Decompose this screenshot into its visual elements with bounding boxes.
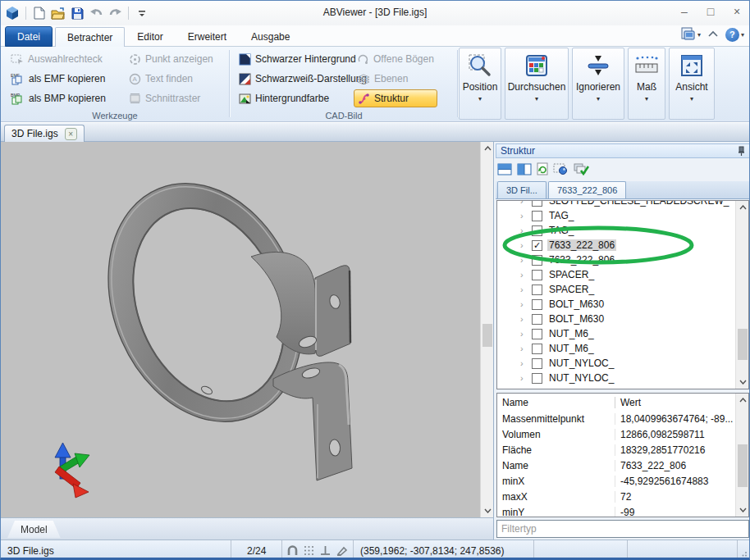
properties-vertical-scrollbar[interactable] (735, 394, 748, 517)
scroll-up-arrow[interactable] (481, 142, 494, 155)
help-button[interactable]: ? ▾ (725, 28, 744, 42)
tree-checkbox[interactable] (532, 225, 542, 236)
tree-checkbox[interactable] (532, 270, 542, 280)
scroll-down-arrow[interactable] (481, 504, 494, 517)
tree-checkbox[interactable] (532, 358, 542, 369)
tree-row[interactable]: ›BOLT_M630 (497, 312, 735, 326)
expand-chevron-icon[interactable]: › (520, 285, 527, 294)
button-text-finden[interactable]: A Text finden (126, 70, 217, 88)
tree-row[interactable]: ›7633_222_806 (497, 253, 735, 267)
tree-row[interactable]: ›SPACER_ (497, 282, 735, 297)
expand-chevron-icon[interactable]: › (520, 200, 527, 206)
expand-chevron-icon[interactable]: › (520, 329, 527, 339)
document-tab[interactable]: 3D File.igs × (4, 125, 85, 142)
expand-chevron-icon[interactable]: › (520, 225, 527, 235)
expand-chevron-icon[interactable]: › (520, 270, 527, 280)
property-row[interactable]: Name7633_222_806 (497, 458, 748, 473)
ortho-perpendicular-icon[interactable] (320, 545, 331, 556)
undo-icon[interactable] (88, 5, 104, 21)
scrollbar-thumb[interactable] (482, 324, 492, 347)
minimize-ribbon-icon[interactable] (707, 30, 719, 39)
property-row[interactable]: Massenmittelpunkt18,0409963674764; -89..… (497, 411, 748, 426)
minimize-button[interactable]: – (677, 4, 692, 19)
app-logo-icon[interactable] (4, 5, 21, 21)
open-file-icon[interactable] (50, 5, 66, 21)
scrollbar-thumb[interactable] (738, 444, 748, 487)
tab-erweitert[interactable]: Erweitert (176, 27, 239, 47)
button-ansicht[interactable]: Ansicht ▾ (669, 48, 715, 120)
split-horizontal-icon[interactable] (497, 163, 512, 175)
button-punkt-anzeigen[interactable]: Punkt anzeigen (126, 50, 217, 68)
button-als-bmp-kopieren[interactable]: BMP als BMP kopieren (7, 89, 109, 107)
tree-checkbox[interactable] (532, 344, 542, 354)
resize-grip[interactable] (738, 540, 749, 560)
tree-row[interactable]: ›NUT_M6_ (497, 341, 735, 356)
tab-model[interactable]: Model (7, 521, 61, 538)
screen-layout-icon[interactable]: ▾ (679, 27, 701, 42)
scroll-down-arrow[interactable] (736, 376, 749, 389)
tree-row[interactable]: ›TAG_ (497, 223, 735, 238)
tree-row[interactable]: ›NUT_NYLOC_ (497, 371, 735, 385)
save-file-icon[interactable] (69, 5, 85, 21)
show-selection-icon[interactable] (553, 163, 569, 175)
property-row[interactable]: minY-99 (497, 504, 748, 517)
scroll-up-arrow[interactable] (736, 201, 749, 214)
apply-check-icon[interactable] (574, 162, 589, 175)
property-row[interactable]: maxX72 (497, 489, 748, 504)
maximize-button[interactable]: □ (703, 4, 718, 19)
scroll-down-arrow[interactable] (736, 503, 749, 517)
panel-tab-file[interactable]: 3D Fil... (497, 181, 546, 198)
tree-checkbox[interactable] (532, 299, 542, 310)
tab-ausgabe[interactable]: Ausgabe (239, 27, 302, 47)
property-row[interactable]: Volumen12866,0982598711 (497, 426, 748, 442)
button-struktur[interactable]: Struktur (354, 89, 437, 107)
canvas-vertical-scrollbar[interactable] (480, 142, 493, 517)
button-ebenen[interactable]: Ebenen (354, 70, 437, 88)
tree-checkbox[interactable] (532, 285, 542, 295)
file-menu-button[interactable]: Datei (5, 26, 53, 47)
new-document-icon[interactable] (31, 5, 48, 21)
close-button[interactable]: × (729, 4, 744, 19)
tree-row[interactable]: ›BOLT_M630 (497, 297, 735, 312)
tree-checkbox[interactable] (532, 314, 542, 325)
tree-checkbox[interactable] (532, 200, 542, 207)
tree-checkbox-checked[interactable]: ✓ (532, 240, 542, 251)
tab-editor[interactable]: Editor (125, 27, 175, 47)
expand-chevron-icon[interactable]: › (520, 211, 527, 221)
tree-row[interactable]: ›SLOTTED_CHEESE_HEADEDSCREW_ (497, 200, 735, 208)
split-vertical-icon[interactable] (517, 163, 532, 175)
panel-tab-part[interactable]: 7633_222_806 (548, 181, 626, 198)
expand-chevron-icon[interactable]: › (520, 344, 527, 353)
tree-row[interactable]: ›NUT_M6_ (497, 326, 735, 341)
tab-betrachter[interactable]: Betrachter (55, 27, 125, 47)
snap-magnet-icon[interactable] (287, 545, 298, 556)
redo-icon[interactable] (107, 5, 123, 21)
property-row[interactable]: Fläche18329,2851770216 (497, 442, 748, 458)
expand-chevron-icon[interactable]: › (520, 314, 527, 324)
draw-pen-icon[interactable] (336, 545, 348, 556)
grid-dots-icon[interactable] (304, 545, 314, 556)
expand-chevron-icon[interactable]: › (520, 240, 527, 250)
tree-checkbox[interactable] (532, 255, 542, 266)
button-offene-boegen[interactable]: Offene Bögen (354, 50, 437, 68)
button-ignorieren[interactable]: Ignorieren ▾ (572, 48, 624, 120)
tree-checkbox[interactable] (532, 211, 542, 221)
button-als-emf-kopieren[interactable]: EMF als EMF kopieren (7, 70, 109, 88)
button-schwarzweiss-darstellung[interactable]: Schwarzweiß-Darstellung (236, 70, 370, 88)
button-position[interactable]: Position ▾ (459, 48, 501, 120)
tree-checkbox[interactable] (532, 329, 542, 339)
button-auswahlrechteck[interactable]: Auswahlrechteck (7, 50, 109, 68)
expand-chevron-icon[interactable]: › (520, 299, 527, 309)
button-hintergrundfarbe[interactable]: Hintergrundfarbe (236, 89, 370, 107)
filter-input[interactable] (496, 520, 749, 538)
property-row[interactable]: minX-45,9292561674883 (497, 473, 748, 489)
button-mass[interactable]: Maß ▾ (628, 48, 665, 120)
scrollbar-thumb[interactable] (738, 329, 748, 360)
document-close-icon[interactable]: × (65, 128, 77, 140)
expand-chevron-icon[interactable]: › (520, 358, 527, 368)
pin-icon[interactable] (738, 146, 745, 156)
customize-toolbar-icon[interactable] (134, 5, 150, 21)
scroll-up-arrow[interactable] (736, 394, 749, 407)
button-schwarzer-hintergrund[interactable]: Schwarzer Hintergrund (236, 50, 370, 68)
tree-row-selected[interactable]: ›✓7633_222_806 (497, 238, 735, 253)
